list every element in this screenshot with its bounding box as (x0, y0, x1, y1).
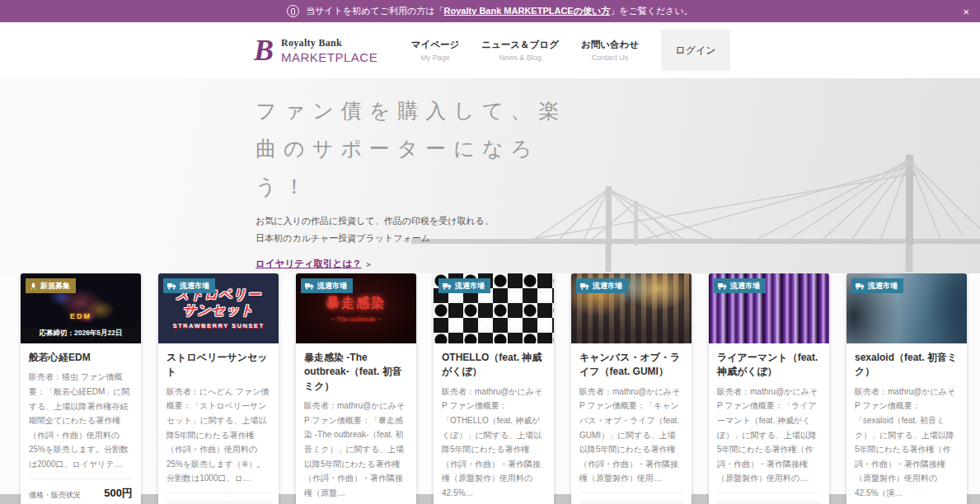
site-logo[interactable]: B Royalty Bank MARKETPLACE (254, 35, 377, 65)
card-bousou-kansen[interactable]: 流通市場 暴走感染 − The outbreak − 暴走感染 -The out… (296, 273, 416, 504)
nav-news-sublabel: News & Blog (481, 54, 559, 62)
card-artwork: 流通市場 ストロベリー サンセット STRAWBERRY SUNSET (158, 273, 279, 343)
banner-guide-link[interactable]: Royalty Bank MARKETPLACEの使い方 (444, 5, 611, 17)
card-description: 販売者：mathru@かにみそP ファン債概要：「OTHELLO（feat. 神… (442, 385, 546, 504)
badge-label: 流通市場 (730, 281, 760, 292)
hero-subtitle: お気に入りの作品に投資して、作品の印税を受け取れる、 日本初のカルチャー投資プラ… (256, 212, 567, 247)
card-canvas-of-life[interactable]: 流通市場 キャンバス・オブ・ライフ（feat. GUMI） 販売者：mathru… (571, 273, 692, 504)
card-artwork: 流通市場 (571, 273, 692, 343)
logo-text-marketplace: MARKETPLACE (281, 50, 377, 64)
hero-subtitle-line1: お気に入りの作品に投資して、作品の印税を受け取れる、 (256, 212, 567, 230)
hero-title-line3: う！ (256, 167, 567, 205)
badge-label: 流通市場 (317, 281, 347, 292)
card-artwork: 流通市場 (846, 273, 967, 343)
banner-text-after: 」をご覧ください。 (610, 5, 693, 17)
card-description: 販売者：mathru@かにみそP ファン債概要：「sexaloid（feat. … (855, 385, 959, 504)
badge-label: 流通市場 (180, 281, 209, 292)
card-artwork: 流通市場 (434, 273, 554, 343)
truck-icon (856, 282, 865, 290)
badge-secondary-market: 流通市場 (163, 278, 215, 293)
artwork-text: EDM (70, 312, 91, 320)
main-nav: マイページ My Page ニュース＆ブログ News & Blog お問い合わ… (411, 30, 730, 71)
card-title: OTHELLO（feat. 神威がくぼ） (442, 351, 546, 380)
badge-secondary-market: 流通市場 (438, 278, 490, 293)
card-description: 販売者：mathru@かにみそP ファン債概要：「暴走感染 -The outbr… (304, 399, 408, 504)
card-description: 販売者：猫虫 ファン債概要：「般若心経EDM」に関する、上場以降著作権存続期間全… (29, 370, 133, 478)
card-description: 販売者：にへどん ファン債概要：「ストロベリーサンセット」に関する、上場以降5年… (166, 385, 270, 493)
truck-icon (167, 282, 176, 290)
badge-secondary-market: 流通市場 (851, 278, 903, 293)
nav-contact-label: お問い合わせ (581, 39, 639, 51)
sell-buy-box: SELL— BUY¥100 (579, 501, 683, 504)
application-deadline: 応募締切：2026年5月22日 (21, 327, 141, 340)
artwork-text: 暴走感染 (326, 295, 386, 312)
sell-buy-box: SELL— BUY¥100 (717, 501, 821, 504)
artwork-text: サンセット (183, 303, 255, 318)
card-strawberry-sunset[interactable]: 流通市場 ストロベリー サンセット STRAWBERRY SUNSET ストロベ… (158, 273, 279, 504)
card-artwork: 流通市場 (709, 273, 829, 343)
badge-label: 流通市場 (455, 281, 485, 292)
badge-label: 流通市場 (868, 281, 898, 292)
sell-buy-box: SELL— BUY¥500 (166, 501, 270, 504)
truck-icon (305, 282, 314, 290)
hero-subtitle-line2: 日本初のカルチャー投資プラットフォーム (256, 230, 567, 247)
card-title: 般若心経EDM (29, 351, 133, 365)
card-description: 販売者：mathru@かにみそP ファン債概要：「ライアーマント（feat. 神… (717, 385, 821, 493)
card-artwork: 新規募集 EDM 応募締切：2026年5月22日 (21, 273, 141, 343)
login-button[interactable]: ログイン (661, 30, 730, 71)
link-royalty-trading-label: ロイヤリティ取引とは？ (256, 259, 362, 268)
nav-contact-sublabel: Contact Us (581, 54, 639, 62)
nav-mypage-sublabel: My Page (411, 54, 460, 62)
top-notice-banner: 当サイトを初めてご利用の方は「Royalty Bank MARKETPLACEの… (0, 0, 980, 22)
rocket-icon (30, 282, 37, 290)
card-title: ストロベリーサンセット (166, 351, 270, 380)
nav-news-label: ニュース＆ブログ (481, 39, 559, 51)
card-othello[interactable]: 流通市場 OTHELLO（feat. 神威がくぼ） 販売者：mathru@かにみ… (434, 273, 554, 504)
badge-new-offering: 新規募集 (26, 278, 76, 293)
nav-mypage-label: マイページ (411, 39, 460, 51)
artwork-text: STRAWBERRY SUNSET (173, 322, 265, 329)
chevron-right-icon: ＞ (365, 260, 373, 268)
link-what-is-royalty-trading[interactable]: ロイヤリティ取引とは？＞ (256, 258, 373, 270)
card-sexaloid[interactable]: 流通市場 sexaloid（feat. 初音ミク） 販売者：mathru@かにみ… (846, 273, 967, 504)
royalty-bank-logo-icon: B (254, 35, 274, 65)
badge-label: 流通市場 (593, 281, 622, 292)
card-artwork: 流通市場 暴走感染 − The outbreak − (296, 273, 416, 343)
card-description: 販売者：mathru@かにみそP ファン債概要：「キャンバス・オブ・ライフ（fe… (579, 385, 683, 493)
nav-item-news-blog[interactable]: ニュース＆ブログ News & Blog (481, 39, 559, 62)
nav-item-mypage[interactable]: マイページ My Page (411, 39, 460, 62)
badge-secondary-market: 流通市場 (714, 278, 766, 293)
card-hannya-shingyo-edm[interactable]: 新規募集 EDM 応募締切：2026年5月22日 般若心経EDM 販売者：猫虫 … (21, 273, 141, 504)
banner-text-before: 当サイトを初めてご利用の方は「 (306, 5, 443, 17)
truck-icon (718, 282, 727, 290)
guide-book-icon (287, 5, 299, 17)
site-header: B Royalty Bank MARKETPLACE マイページ My Page… (0, 22, 980, 78)
badge-secondary-market: 流通市場 (576, 278, 628, 293)
truck-icon (580, 282, 589, 290)
hero-title: ファン債を購入して、楽 曲のサポーターになろ う！ (256, 91, 567, 205)
card-liar-manto[interactable]: 流通市場 ライアーマント（feat. 神威がくぼ） 販売者：mathru@かにみ… (709, 273, 829, 504)
card-title: sexaloid（feat. 初音ミク） (855, 351, 959, 380)
hero-section: ファン債を購入して、楽 曲のサポーターになろ う！ お気に入りの作品に投資して、… (0, 78, 980, 273)
card-title: キャンバス・オブ・ライフ（feat. GUMI） (579, 351, 683, 380)
price-status-label: 価格・販売状況 (29, 490, 81, 501)
card-title: ライアーマント（feat. 神威がくぼ） (717, 351, 821, 380)
nav-item-contact[interactable]: お問い合わせ Contact Us (581, 39, 639, 62)
price-value: 500円 (104, 486, 133, 501)
logo-text-royalty-bank: Royalty Bank (281, 37, 377, 49)
hero-title-line2: 曲のサポーターになろ (256, 129, 567, 167)
badge-secondary-market: 流通市場 (301, 278, 353, 293)
hero-title-line1: ファン債を購入して、楽 (256, 91, 567, 129)
fan-bond-card-list: 新規募集 EDM 応募締切：2026年5月22日 般若心経EDM 販売者：猫虫 … (0, 273, 980, 494)
badge-label: 新規募集 (40, 281, 70, 292)
truck-icon (443, 282, 452, 290)
close-icon[interactable]: × (963, 6, 969, 16)
artwork-text: − The outbreak − (331, 315, 382, 323)
card-title: 暴走感染 -The outbreak-（feat. 初音ミク） (304, 351, 408, 394)
